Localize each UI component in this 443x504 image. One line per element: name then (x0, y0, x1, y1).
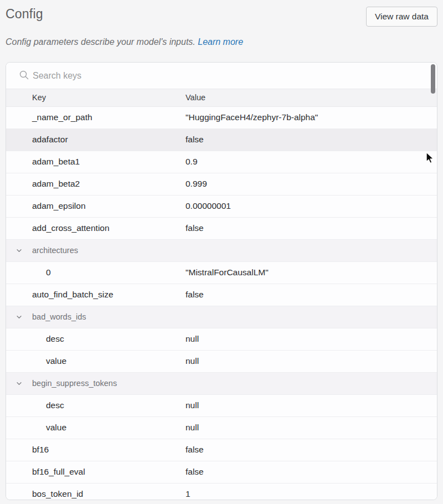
table-row: auto_find_batch_size false (6, 284, 437, 306)
view-raw-data-button[interactable]: View raw data (366, 7, 437, 27)
column-header-value: Value (186, 93, 205, 102)
row-key: 0 (46, 268, 51, 277)
row-key: bos_token_id (32, 489, 83, 499)
table-row: desc null (6, 328, 437, 351)
table-header: Key Value (6, 89, 437, 107)
row-key: desc (46, 400, 64, 410)
table-row: adam_epsilon 0.00000001 (6, 196, 437, 218)
search-bar (6, 63, 437, 89)
config-table-panel: Key Value _name_or_path "HuggingFaceH4/z… (6, 62, 437, 500)
group-row[interactable]: bad_words_ids (6, 306, 437, 328)
row-key: bad_words_ids (32, 312, 86, 321)
table-row: bos_token_id 1 (6, 484, 437, 500)
table-row: bf16_full_eval false (6, 461, 437, 484)
group-row[interactable]: architectures (6, 240, 437, 262)
row-key: bf16_full_eval (32, 467, 85, 477)
row-key: auto_find_batch_size (32, 290, 114, 300)
top-bar: Config View raw data (6, 7, 437, 29)
row-key: value (46, 356, 66, 366)
table-row: _name_or_path "HuggingFaceH4/zephyr-7b-a… (6, 107, 437, 129)
row-key: desc (46, 334, 64, 344)
row-value: false (186, 223, 204, 233)
subtitle: Config parameters describe your model's … (6, 37, 243, 47)
subtitle-text: Config parameters describe your model's … (6, 37, 195, 47)
row-key: adafactor (32, 135, 68, 145)
row-value: false (186, 445, 204, 455)
row-value: null (186, 334, 199, 344)
scrollbar-thumb[interactable] (431, 64, 435, 94)
row-value: false (186, 135, 204, 145)
table-row: adafactor false (6, 129, 437, 151)
table-row: adam_beta1 0.9 (6, 151, 437, 173)
chevron-down-icon[interactable] (16, 247, 23, 254)
row-key: add_cross_attention (32, 223, 110, 233)
learn-more-link[interactable]: Learn more (198, 37, 243, 47)
table-row: 0 "MistralForCausalLM" (6, 262, 437, 284)
table-row: value null (6, 351, 437, 373)
row-key: architectures (32, 246, 78, 255)
row-key: value (46, 423, 66, 433)
row-value: false (186, 290, 204, 300)
row-key: adam_beta1 (32, 157, 80, 167)
column-header-key: Key (32, 93, 46, 102)
row-value: "MistralForCausalLM" (186, 268, 269, 277)
table-row: value null (6, 417, 437, 439)
row-key: _name_or_path (32, 112, 92, 122)
row-key: adam_epsilon (32, 201, 86, 211)
row-value: null (186, 400, 199, 410)
row-key: adam_beta2 (32, 179, 80, 189)
row-value: 0.00000001 (186, 201, 231, 211)
group-row[interactable]: begin_suppress_tokens (6, 373, 437, 395)
search-keys-input[interactable] (33, 63, 365, 89)
row-key: begin_suppress_tokens (32, 379, 117, 388)
row-value: false (186, 467, 204, 477)
row-value: 0.9 (186, 157, 198, 167)
table-row: desc null (6, 395, 437, 417)
table-row: adam_beta2 0.999 (6, 173, 437, 196)
row-value: "HuggingFaceH4/zephyr-7b-alpha" (186, 112, 318, 122)
table-row: add_cross_attention false (6, 218, 437, 240)
table-row: bf16 false (6, 439, 437, 461)
row-value: 1 (186, 489, 190, 499)
row-value: null (186, 356, 199, 366)
chevron-down-icon[interactable] (16, 313, 23, 321)
row-value: null (186, 423, 199, 433)
chevron-down-icon[interactable] (16, 380, 23, 387)
table-body: _name_or_path "HuggingFaceH4/zephyr-7b-a… (6, 107, 437, 500)
row-key: bf16 (32, 445, 49, 455)
row-value: 0.999 (186, 179, 207, 189)
search-icon (19, 70, 29, 80)
